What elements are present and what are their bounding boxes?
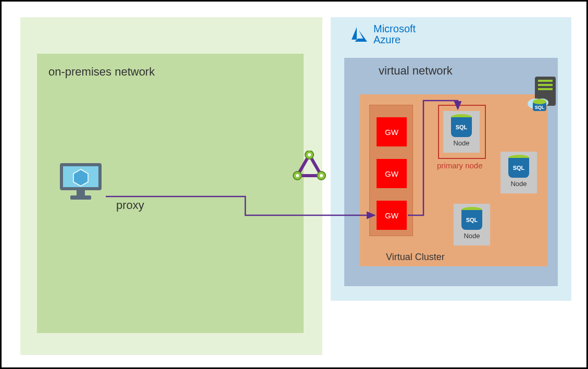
virtual-network-title: virtual network (379, 64, 453, 78)
sql-node-label: Node (454, 232, 490, 240)
sql-barrel-icon: SQL (508, 155, 529, 178)
gateway-2: GW (377, 159, 407, 188)
sql-node-2: SQL Node (501, 152, 537, 193)
svg-point-9 (533, 99, 546, 104)
gateway-1: GW (377, 117, 407, 146)
proxy-label: proxy (116, 199, 144, 212)
svg-rect-5 (538, 88, 553, 90)
gateway-3: GW (377, 201, 407, 230)
client-monitor-icon (58, 161, 104, 203)
azure-brand-line1: Microsoft (373, 23, 416, 34)
svg-text:SQL: SQL (535, 105, 545, 110)
sql-node-label: Node (443, 139, 480, 147)
azure-logo-icon (349, 26, 368, 43)
diagram-frame: on-premises network Microsoft Azure virt… (0, 0, 588, 369)
load-balancer-icon (292, 151, 327, 184)
azure-logo: Microsoft Azure (349, 23, 416, 45)
svg-point-20 (296, 174, 299, 177)
sql-barrel-label: SQL (513, 165, 525, 171)
svg-rect-14 (77, 190, 85, 195)
primary-node-label: primary node (437, 161, 483, 170)
sql-barrel-label: SQL (466, 217, 478, 223)
sql-node-label: Node (501, 180, 537, 188)
svg-rect-4 (538, 84, 553, 86)
sql-node-primary: SQL Node (443, 111, 480, 153)
svg-rect-15 (70, 195, 91, 200)
onprem-title: on-premises network (48, 65, 155, 79)
sql-server-icon: SQL (528, 77, 559, 115)
svg-point-22 (320, 174, 323, 177)
sql-node-3: SQL Node (454, 204, 490, 245)
gateway-label: GW (385, 128, 398, 137)
azure-brand-line2: Azure (373, 34, 416, 45)
sql-barrel-icon: SQL (451, 114, 472, 137)
sql-barrel-icon: SQL (461, 207, 482, 230)
gateway-label: GW (385, 211, 398, 220)
gateway-label: GW (385, 169, 398, 178)
virtual-cluster-title: Virtual Cluster (386, 252, 445, 263)
azure-logo-text: Microsoft Azure (373, 23, 416, 45)
svg-rect-3 (538, 80, 553, 82)
sql-barrel-label: SQL (456, 124, 468, 130)
svg-marker-13 (73, 169, 88, 186)
svg-marker-0 (352, 27, 357, 40)
svg-point-18 (308, 153, 311, 156)
